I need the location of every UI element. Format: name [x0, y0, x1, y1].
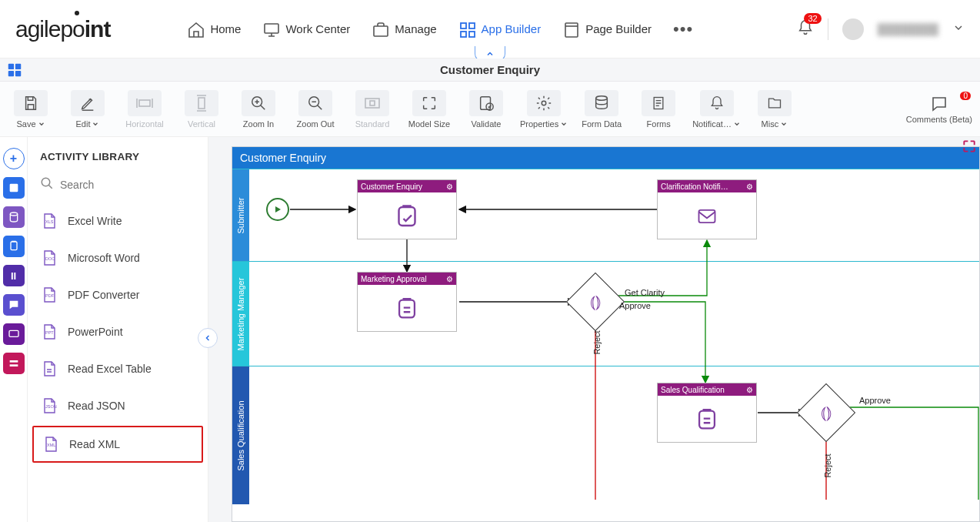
toolbar-standard[interactable]: Standard	[349, 90, 395, 129]
svg-rect-0	[265, 24, 278, 33]
page-title: Customer Enquiry	[440, 63, 540, 76]
svg-point-28	[42, 178, 50, 186]
lane-sales-header[interactable]: Sales Qualification	[232, 366, 249, 504]
nav-home[interactable]: Home	[187, 21, 241, 38]
svg-text:JSON: JSON	[45, 404, 57, 409]
activity-item[interactable]: XMLRead XML	[32, 426, 203, 463]
toolbar-misc[interactable]: Misc	[752, 90, 798, 129]
user-menu-chevron-icon[interactable]	[952, 22, 965, 37]
page-icon	[562, 21, 579, 38]
svg-rect-9	[8, 71, 14, 76]
rail-category-1[interactable]	[3, 177, 25, 199]
file-icon: XLS	[40, 212, 58, 230]
svg-point-23	[10, 212, 17, 216]
canvas-title: Customer Enquiry	[232, 147, 979, 169]
toolbar-comments[interactable]: 0 Comments (Beta)	[906, 95, 972, 124]
lane-submitter-header[interactable]: Submitter	[232, 169, 249, 261]
rail-category-3[interactable]	[3, 236, 25, 257]
svg-rect-43	[699, 210, 715, 223]
svg-rect-2	[461, 23, 466, 28]
activity-item[interactable]: JSONRead JSON	[28, 387, 208, 424]
node-sales-qualification[interactable]: Sales Qualification⚙	[657, 383, 757, 443]
notifications-bell[interactable]: 32	[797, 19, 814, 39]
nav-manage[interactable]: Manage	[372, 21, 436, 38]
nav-home-label: Home	[210, 22, 241, 35]
svg-rect-15	[365, 99, 379, 108]
search-input[interactable]	[60, 179, 195, 191]
comments-label: Comments (Beta)	[906, 115, 972, 124]
edge-label-approve-1: Approve	[619, 301, 651, 310]
file-icon: DOC	[40, 249, 58, 267]
activity-item-label: PDF Converter	[68, 289, 139, 301]
svg-rect-1	[374, 26, 388, 36]
toolbar-zoom-out[interactable]: Zoom Out	[292, 90, 338, 129]
grid-view-icon[interactable]	[6, 62, 23, 79]
node-clarification-notify[interactable]: Clarification Notifi…⚙	[657, 179, 757, 239]
fullscreen-icon[interactable]	[962, 139, 977, 158]
nav-more-icon[interactable]: •••	[673, 19, 693, 39]
activity-item-label: Read Excel Table	[68, 363, 152, 375]
svg-text:XLS: XLS	[45, 219, 54, 224]
activity-item[interactable]: DOCMicrosoft Word	[28, 239, 208, 276]
rail-category-4[interactable]: II	[3, 265, 25, 286]
nav-work-center[interactable]: Work Center	[262, 21, 350, 38]
nav-app-builder[interactable]: App Builder	[458, 21, 542, 38]
activity-item[interactable]: Read Excel Table	[28, 350, 208, 387]
gear-icon[interactable]: ⚙	[446, 275, 453, 283]
avatar[interactable]	[842, 18, 864, 40]
rail-add-button[interactable]: +	[3, 148, 25, 169]
activity-item[interactable]: PPTPowerPoint	[28, 313, 208, 350]
file-icon: JSON	[40, 397, 58, 415]
activity-item-label: Microsoft Word	[68, 252, 140, 264]
library-search[interactable]	[35, 173, 200, 196]
toolbar-vertical[interactable]: Vertical	[178, 90, 225, 129]
file-icon: XML	[42, 435, 60, 453]
svg-rect-24	[11, 242, 17, 250]
svg-rect-42	[399, 207, 415, 226]
svg-point-20	[596, 95, 608, 99]
monitor-icon	[262, 21, 279, 38]
logo: agilepoint	[15, 16, 110, 42]
activity-item[interactable]: XLSExcel Write	[28, 202, 208, 239]
edge-label-reject-2: Reject	[823, 453, 832, 477]
svg-rect-12	[198, 98, 205, 109]
activity-item-label: Read XML	[69, 438, 120, 450]
activity-item-label: PowerPoint	[68, 326, 123, 338]
node-marketing-approval[interactable]: Marketing Approval⚙	[357, 272, 457, 332]
gear-icon[interactable]: ⚙	[746, 386, 753, 394]
svg-rect-27	[9, 364, 18, 366]
username: ████████	[878, 23, 938, 35]
svg-rect-25	[9, 330, 18, 336]
comments-count-badge: 0	[960, 92, 971, 100]
start-event[interactable]	[266, 198, 289, 221]
file-icon: PDF	[40, 286, 58, 304]
rail-category-2[interactable]	[3, 206, 25, 228]
toolbar-save[interactable]: Save	[8, 90, 54, 129]
file-icon	[40, 360, 58, 378]
home-icon	[187, 21, 204, 38]
rail-category-5[interactable]	[3, 294, 25, 316]
svg-text:DOC: DOC	[45, 256, 55, 261]
gear-icon[interactable]: ⚙	[446, 182, 453, 191]
toolbar-edit[interactable]: Edit	[65, 90, 111, 129]
svg-rect-8	[15, 64, 21, 69]
node-customer-enquiry[interactable]: Customer Enquiry⚙	[357, 179, 457, 239]
toolbar-form-data[interactable]: Form Data	[578, 90, 625, 129]
gear-icon[interactable]: ⚙	[746, 182, 753, 191]
toolbar-horizontal[interactable]: Horizontal	[122, 90, 168, 129]
apps-icon	[458, 21, 475, 38]
toolbar-properties[interactable]: Properties	[520, 90, 568, 129]
toolbar-model-size[interactable]: Model Size	[406, 90, 452, 129]
rail-category-7[interactable]	[3, 353, 25, 374]
lane-marketing-header[interactable]: Marketing Manager	[232, 262, 249, 366]
rail-category-6[interactable]	[3, 323, 25, 345]
svg-rect-4	[461, 32, 466, 37]
toolbar-notifications[interactable]: Notificat…	[692, 90, 741, 129]
svg-rect-16	[370, 101, 375, 105]
toolbar-zoom-in[interactable]: Zoom In	[235, 90, 282, 129]
svg-rect-44	[399, 300, 415, 318]
nav-page-builder[interactable]: Page Builder	[562, 21, 652, 38]
toolbar-validate[interactable]: Validate	[463, 90, 509, 129]
activity-item[interactable]: PDFPDF Converter	[28, 276, 208, 313]
toolbar-forms[interactable]: Forms	[635, 90, 682, 129]
